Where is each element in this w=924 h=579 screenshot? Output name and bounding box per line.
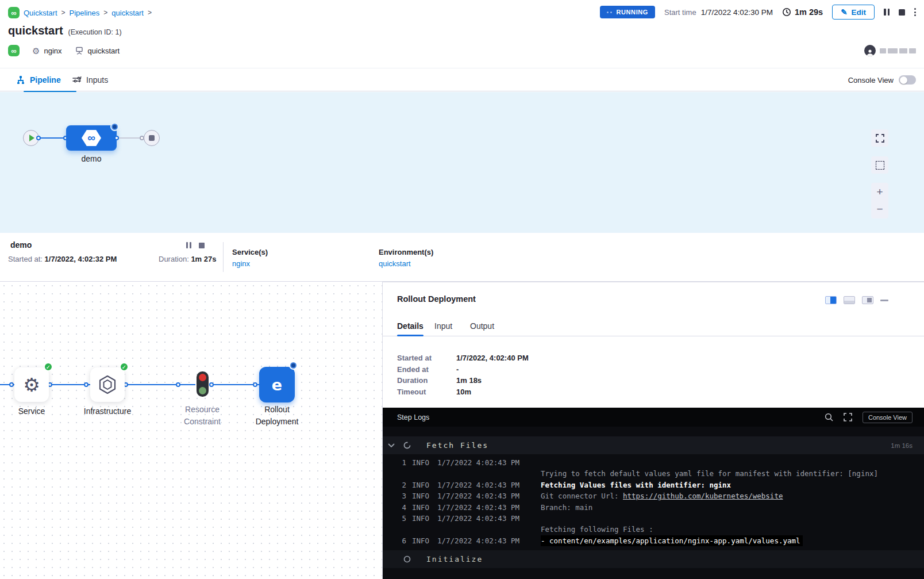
pipeline-stage-canvas[interactable]: ∞ demo + − xyxy=(0,92,924,233)
log-level xyxy=(412,524,432,535)
chevron-down-icon xyxy=(388,443,395,448)
log-line-number: 5 xyxy=(397,513,406,524)
traffic-light-red-icon xyxy=(199,374,206,381)
avatar[interactable] xyxy=(864,45,876,56)
view-tabbar: Pipeline Inputs Console View xyxy=(0,68,924,91)
zoom-in-button[interactable]: + xyxy=(876,183,883,201)
breadcrumb-pipelines[interactable]: Pipelines xyxy=(70,9,100,17)
console-view-label: Console View xyxy=(848,76,894,85)
pause-execution-button[interactable] xyxy=(884,9,890,16)
tab-inputs[interactable]: Inputs xyxy=(72,68,108,91)
tab-details[interactable]: Details xyxy=(397,316,424,336)
log-line: 2INFO1/7/2022 4:02:43 PMFetching Values … xyxy=(383,480,924,490)
log-level: INFO xyxy=(412,535,432,546)
log-level xyxy=(412,468,432,479)
success-check-icon: ✓ xyxy=(120,362,129,371)
log-section-fetch-files[interactable]: Fetch Files 1m 16s xyxy=(383,436,924,454)
log-line-number: 1 xyxy=(397,457,406,468)
start-time-label: Start time xyxy=(664,8,696,17)
step-node-rollout-deployment[interactable]: e xyxy=(259,367,295,402)
marquee-select-button[interactable] xyxy=(871,156,888,174)
log-message xyxy=(541,513,924,524)
section-name: Initialize xyxy=(426,555,483,563)
step-execution-canvas[interactable]: ⚙ ✓ Service ✓ Infrastructure Resource Co… xyxy=(0,282,382,579)
zoom-out-button[interactable]: − xyxy=(876,201,883,218)
stage-stop-button[interactable] xyxy=(199,242,205,248)
running-spinner-icon xyxy=(607,11,612,13)
clock-icon xyxy=(782,7,791,17)
edit-button[interactable]: ✎ Edit xyxy=(832,5,875,20)
console-view-button[interactable]: Console View xyxy=(863,412,913,423)
log-line: Fetching following Files : xyxy=(383,524,924,535)
detail-row-timeout: Timeout 10m xyxy=(397,386,529,398)
log-line-number: 3 xyxy=(397,490,406,501)
edge xyxy=(125,384,195,385)
step-detail-rows: Started at 1/7/2022, 4:02:40 PM Ended at… xyxy=(397,352,529,397)
breadcrumb-pipeline-name[interactable]: quickstart xyxy=(111,9,144,17)
service-gear-icon: ⚙ xyxy=(23,375,40,394)
section-pending-icon xyxy=(403,555,411,563)
tags-row: ∞ ⚙ nginx quickstart xyxy=(8,45,120,56)
fullscreen-button[interactable] xyxy=(871,129,888,147)
stage-services: Service(s) nginx xyxy=(232,248,268,268)
zoom-controls: + − xyxy=(871,183,888,218)
console-view-toggle[interactable] xyxy=(899,75,916,85)
tab-output[interactable]: Output xyxy=(470,316,494,336)
step-label-resource-constraint: Resource Constraint xyxy=(168,404,237,428)
execution-status-row: RUNNING Start time 1/7/2022 4:02:30 PM 1… xyxy=(600,5,916,20)
step-label-service: Service xyxy=(3,405,60,417)
stage-running-spinner-icon xyxy=(111,124,118,130)
detail-row-started-at: Started at 1/7/2022, 4:02:40 PM xyxy=(397,352,529,364)
log-line: 3INFO1/7/2022 4:02:43 PMGit connector Ur… xyxy=(383,490,924,501)
log-message: - content/en/examples/application/nginx-… xyxy=(541,535,803,546)
search-icon[interactable] xyxy=(825,413,833,421)
stage-node-demo[interactable]: ∞ xyxy=(66,125,117,151)
pipeline-icon xyxy=(16,75,25,85)
environment-tag[interactable]: quickstart xyxy=(75,46,120,55)
minimize-panel-button[interactable] xyxy=(880,300,888,301)
step-node-resource-constraint[interactable] xyxy=(197,371,209,397)
log-message: Trying to fetch default values yaml file… xyxy=(541,468,924,479)
log-line-number: 4 xyxy=(397,502,406,513)
breadcrumb-project[interactable]: Quickstart xyxy=(24,9,57,17)
stage-pause-button[interactable] xyxy=(186,242,191,248)
step-node-service[interactable]: ⚙ xyxy=(14,367,49,402)
section-name: Fetch Files xyxy=(426,441,488,450)
log-section-initialize[interactable]: Initialize xyxy=(383,550,924,568)
step-logs-actions: Console View xyxy=(825,412,913,423)
success-check-icon: ✓ xyxy=(44,362,53,371)
edge-dot xyxy=(84,382,88,387)
log-message: Fetching following Files : xyxy=(541,524,924,535)
service-tag[interactable]: ⚙ nginx xyxy=(32,47,62,55)
log-level: INFO xyxy=(412,502,432,513)
log-timestamp xyxy=(437,468,535,479)
layout-right-split-button[interactable] xyxy=(825,296,837,304)
tab-input[interactable]: Input xyxy=(434,316,452,336)
log-line-number xyxy=(397,524,406,535)
log-link[interactable]: https://github.com/kubernetes/website xyxy=(623,492,783,500)
stage-name: demo xyxy=(10,240,32,250)
breadcrumb-separator: > xyxy=(61,9,66,17)
step-logs-panel: Step Logs Console View Fetch Files 1m 16… xyxy=(383,408,924,579)
harness-pipeline-execution-page: ∞ Quickstart > Pipelines > quickstart > … xyxy=(0,0,924,579)
fullscreen-icon xyxy=(876,134,884,143)
environment-link[interactable]: quickstart xyxy=(379,259,433,268)
log-timestamp: 1/7/2022 4:02:43 PM xyxy=(437,457,535,468)
traffic-light-green-icon xyxy=(199,387,206,394)
service-link[interactable]: nginx xyxy=(232,259,268,268)
step-node-infrastructure[interactable] xyxy=(90,367,125,402)
layout-bottom-button[interactable] xyxy=(844,296,855,304)
layout-right-panel-button[interactable] xyxy=(862,296,873,304)
start-time-value: 1/7/2022 4:02:30 PM xyxy=(701,8,773,17)
edge-dot xyxy=(36,136,41,140)
play-icon xyxy=(29,135,34,141)
more-options-button[interactable] xyxy=(914,8,916,16)
stop-execution-button[interactable] xyxy=(899,9,905,16)
execution-id: (Execution ID: 1) xyxy=(68,28,122,36)
expand-logs-icon[interactable] xyxy=(844,413,852,421)
pipeline-end-node[interactable] xyxy=(144,130,160,146)
log-message: Branch: main xyxy=(541,502,924,513)
tab-pipeline[interactable]: Pipeline xyxy=(16,68,61,91)
status-badge: RUNNING xyxy=(600,6,655,18)
edge-dot xyxy=(176,382,180,387)
